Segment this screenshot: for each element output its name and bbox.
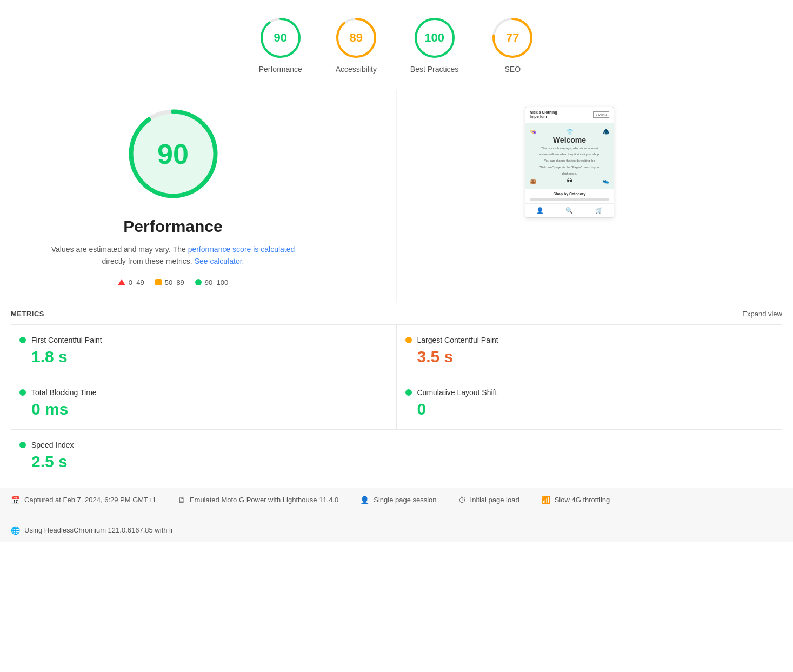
footer-throttle-link[interactable]: Slow 4G throttling (555, 496, 610, 504)
phone-icon-glasses: 🕶 (567, 178, 572, 184)
timer-icon: ⏱ (458, 496, 466, 504)
metric-cls-name: Cumulative Layout Shift (417, 388, 497, 397)
phone-icon-jacket: 🧥 (603, 129, 609, 135)
metric-si-dot (19, 442, 26, 448)
metric-si-name: Speed Index (31, 441, 74, 449)
metric-tbt: Total Blocking Time 0 ms (11, 377, 397, 430)
monitor-icon: 🖥 (178, 496, 185, 504)
metric-lcp: Largest Contentful Paint 3.5 s (397, 325, 783, 377)
perf-score-link[interactable]: performance score is calculated (188, 245, 295, 254)
score-value-best-practices: 100 (424, 31, 444, 45)
score-label-best-practices: Best Practices (410, 65, 458, 74)
score-circle-best-practices: 100 (413, 16, 456, 59)
phone-hero-text2: visitors will see when they first visit … (530, 152, 609, 157)
metric-si-header: Speed Index (19, 441, 388, 449)
performance-title: Performance (123, 217, 222, 236)
metric-si: Speed Index 2.5 s (11, 430, 397, 482)
phone-icon-hat: 👒 (530, 129, 536, 135)
metric-lcp-dot (405, 337, 412, 343)
metric-lcp-value: 3.5 s (405, 348, 774, 366)
left-panel: 90 Performance Values are estimated and … (11, 107, 335, 287)
phone-footer-user-icon: 👤 (536, 207, 544, 214)
score-value-performance: 90 (274, 31, 287, 45)
expand-view-button[interactable]: Expand view (742, 310, 782, 318)
globe-icon: 🌐 (11, 526, 20, 535)
legend-range-medium: 50–89 (165, 278, 184, 287)
footer-initial-text: Initial page load (470, 496, 519, 504)
phone-preview: Nick's Clothing Imperium ≡ Menu 👒 👕 🧥 We… (525, 107, 614, 218)
phone-hero: 👒 👕 🧥 Welcome This is your homepage, whi… (525, 123, 614, 189)
metric-lcp-header: Largest Contentful Paint (405, 336, 774, 344)
metric-fcp-dot (19, 337, 26, 343)
phone-icon-shirt: 👕 (567, 129, 573, 135)
phone-hero-title: Welcome (530, 136, 609, 144)
phone-hero-text1: This is your homepage, which is what mos… (530, 147, 609, 151)
phone-footer-search-icon: 🔍 (565, 207, 573, 214)
footer-browser: 🌐 Using HeadlessChromium 121.0.6167.85 w… (11, 526, 173, 535)
main-content: 90 Performance Values are estimated and … (0, 90, 793, 303)
legend-square-icon (155, 279, 162, 285)
score-seo[interactable]: 77 SEO (491, 16, 534, 74)
big-score-value: 90 (157, 138, 189, 170)
score-circle-performance: 90 (259, 16, 302, 59)
phone-section-title: Shop by Category (525, 189, 614, 198)
right-panel: Nick's Clothing Imperium ≡ Menu 👒 👕 🧥 We… (357, 107, 782, 287)
phone-brand: Nick's Clothing Imperium (530, 110, 557, 119)
metric-lcp-name: Largest Contentful Paint (417, 336, 498, 344)
metric-tbt-dot (19, 389, 26, 396)
metric-fcp-name: First Contentful Paint (31, 336, 102, 344)
footer-browser-text: Using HeadlessChromium 121.0.6167.85 wit… (24, 526, 173, 534)
legend-item-poor: 0–49 (118, 278, 144, 287)
score-label-seo: SEO (505, 65, 521, 74)
metrics-title: METRICS (11, 310, 44, 318)
footer-initial: ⏱ Initial page load (458, 496, 519, 504)
legend-circle-icon (195, 279, 202, 285)
footer-bar: 📅 Captured at Feb 7, 2024, 6:29 PM GMT+1… (0, 488, 793, 542)
metric-fcp-value: 1.8 s (19, 348, 388, 366)
phone-hero-text4: "Welcome" page via the "Pages" menu in y… (530, 165, 609, 170)
metric-fcp: First Contentful Paint 1.8 s (11, 325, 397, 377)
footer-session-text: Single page session (374, 496, 436, 504)
legend-range-poor: 0–49 (129, 278, 144, 287)
user-icon: 👤 (360, 496, 369, 504)
metrics-grid: First Contentful Paint 1.8 s Largest Con… (11, 325, 782, 482)
metric-cls-dot (405, 389, 412, 396)
footer-captured-text: Captured at Feb 7, 2024, 6:29 PM GMT+1 (24, 496, 156, 504)
score-performance[interactable]: 90 Performance (259, 16, 302, 74)
footer-session: 👤 Single page session (360, 496, 436, 504)
score-best-practices[interactable]: 100 Best Practices (410, 16, 458, 74)
big-score-circle: 90 (126, 107, 221, 201)
legend-range-good: 90–100 (205, 278, 228, 287)
legend-triangle-icon (118, 279, 125, 285)
score-value-seo: 77 (506, 31, 519, 45)
footer-throttle: 📶 Slow 4G throttling (541, 496, 610, 504)
phone-footer: 👤 🔍 🛒 (525, 203, 614, 217)
metric-empty (397, 430, 783, 482)
performance-description: Values are estimated and may vary. The p… (43, 243, 303, 268)
legend-item-good: 90–100 (195, 278, 228, 287)
metric-cls-header: Cumulative Layout Shift (405, 388, 774, 397)
metric-si-value: 2.5 s (19, 453, 388, 471)
score-accessibility[interactable]: 89 Accessibility (335, 16, 378, 74)
footer-device-link[interactable]: Emulated Moto G Power with Lighthouse 11… (190, 496, 338, 504)
calculator-link[interactable]: See calculator. (195, 257, 244, 265)
score-circle-seo: 77 (491, 16, 534, 59)
score-legend: 0–49 50–89 90–100 (118, 278, 228, 287)
desc-text-middle: directly from these metrics. (102, 257, 195, 265)
legend-item-medium: 50–89 (155, 278, 184, 287)
score-label-accessibility: Accessibility (336, 65, 377, 74)
metric-tbt-value: 0 ms (19, 400, 388, 418)
score-label-performance: Performance (259, 65, 302, 74)
footer-device: 🖥 Emulated Moto G Power with Lighthouse … (178, 496, 338, 504)
calendar-icon: 📅 (11, 496, 20, 504)
phone-icons-top: 👒 👕 🧥 (530, 129, 609, 135)
metric-cls-value: 0 (405, 400, 774, 418)
metrics-header: METRICS Expand view (11, 303, 782, 325)
phone-icon-bag: 👜 (530, 178, 536, 184)
phone-footer-cart-icon: 🛒 (595, 207, 603, 214)
metric-fcp-header: First Contentful Paint (19, 336, 388, 344)
footer-captured: 📅 Captured at Feb 7, 2024, 6:29 PM GMT+1 (11, 496, 156, 504)
signal-icon: 📶 (541, 496, 550, 504)
score-value-accessibility: 89 (350, 31, 363, 45)
phone-icons-bottom: 👜 🕶 👟 (530, 178, 609, 184)
